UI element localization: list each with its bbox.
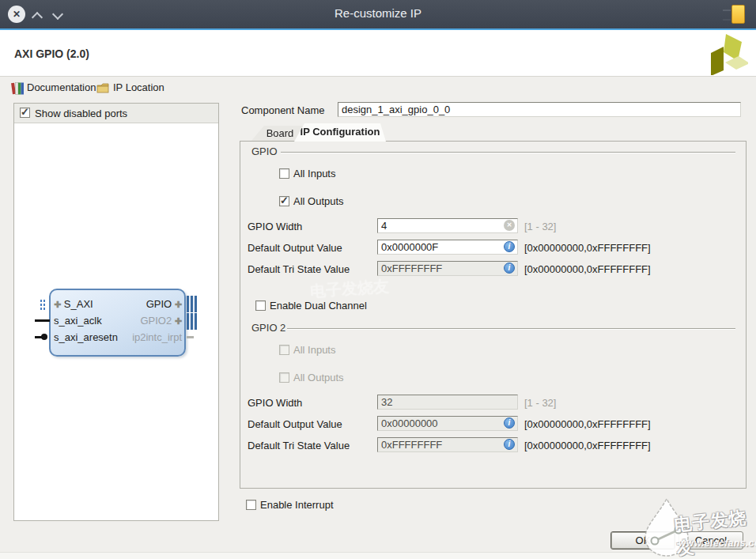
- enable-interrupt-checkbox[interactable]: ✓: [246, 500, 256, 510]
- gpio-default-output-range: [0x00000000,0xFFFFFFFF]: [524, 242, 651, 254]
- gpio2-default-output-label: Default Output Value: [248, 418, 342, 430]
- gpio2-all-outputs-label: All Outputs: [293, 372, 344, 383]
- gpio-all-outputs-checkbox[interactable]: ✓: [279, 196, 289, 206]
- gpio2-default-tri-range: [0x00000000,0xFFFFFFFF]: [524, 440, 651, 451]
- gpio2-width-label: GPIO Width: [248, 397, 302, 409]
- gpio2-all-inputs-label: All Inputs: [293, 344, 335, 356]
- port-s-axi-aresetn: s_axi_aresetn: [54, 331, 118, 343]
- gpio-all-inputs-label: All Inputs: [293, 168, 335, 179]
- irpt-stub-icon: [187, 336, 194, 338]
- gpio-width-label: GPIO Width: [248, 221, 302, 232]
- ip-title: AXI GPIO (2.0): [14, 47, 89, 60]
- port-gpio: GPIO ✚: [111, 298, 182, 310]
- gpio2-group-line: [287, 328, 735, 329]
- recustomize-ip-dialog: ✕ Re-customize IP AXI GPIO (2.0) Documen…: [0, 0, 756, 559]
- enable-dual-channel-checkbox[interactable]: ✓: [255, 300, 266, 311]
- gpio-group-title: GPIO: [251, 145, 278, 157]
- component-name-label: Component Name: [241, 104, 325, 116]
- gpio-width-range: [1 - 32]: [524, 221, 556, 232]
- clear-icon[interactable]: ✕: [504, 220, 515, 231]
- gpio-all-outputs-label: All Outputs: [293, 195, 344, 207]
- port-s-axi: ✚ S_AXI: [54, 298, 93, 310]
- gpio2-bus-icon: [187, 313, 197, 330]
- gpio2-width-input[interactable]: [377, 395, 518, 410]
- check-icon: ✓: [280, 195, 289, 206]
- show-disabled-ports-checkbox[interactable]: ✓: [20, 108, 30, 118]
- dialog-header: AXI GPIO (2.0): [0, 30, 756, 77]
- titlebar: ✕ Re-customize IP: [0, 0, 756, 28]
- gpio2-all-inputs-checkbox[interactable]: ✓: [279, 345, 289, 355]
- gpio-default-output-input[interactable]: [377, 240, 518, 255]
- gpio2-default-output-range: [0x00000000,0xFFFFFFFF]: [524, 418, 651, 430]
- port-ip2intc-irpt: ip2intc_irpt: [111, 331, 182, 343]
- ip-location-folder-icon: [96, 82, 110, 94]
- enable-interrupt-label: Enable Interrupt: [260, 499, 334, 511]
- tab-ip-configuration[interactable]: IP Configuration: [294, 123, 386, 142]
- info-icon[interactable]: i: [504, 263, 515, 274]
- gpio-default-tri-label: Default Tri State Value: [248, 263, 350, 275]
- show-disabled-ports-label: Show disabled ports: [35, 108, 127, 119]
- aclk-connector-icon: [35, 319, 50, 322]
- tray-lines-icon: [723, 9, 731, 21]
- info-icon[interactable]: i: [504, 241, 515, 252]
- plus-icon: ✚: [54, 300, 61, 309]
- gpio-group-line: [281, 152, 735, 153]
- gpio-default-output-label: Default Output Value: [248, 242, 342, 254]
- ip-location-link[interactable]: IP Location: [113, 81, 164, 96]
- component-name-input[interactable]: [338, 102, 741, 117]
- port-s-axi-aclk: s_axi_aclk: [54, 315, 102, 327]
- cancel-button[interactable]: Cancel: [679, 531, 743, 550]
- documentation-link[interactable]: Documentation: [27, 81, 96, 96]
- gpio2-default-output-input[interactable]: [377, 416, 518, 431]
- s-axi-interface-connector-icon: [40, 299, 47, 311]
- gpio-default-tri-input[interactable]: [377, 261, 518, 276]
- vendor-logo-icon: [704, 32, 748, 75]
- note-icon[interactable]: [731, 5, 745, 24]
- gpio2-default-tri-label: Default Tri State Value: [248, 440, 350, 451]
- port-gpio2: GPIO2 ✚: [111, 315, 182, 327]
- documentation-books-icon: [11, 81, 25, 95]
- ok-button[interactable]: OK: [610, 531, 675, 550]
- bottom-strip: [0, 552, 756, 559]
- gpio2-group-title: GPIO 2: [251, 322, 285, 334]
- check-icon: ✓: [21, 106, 29, 118]
- info-icon[interactable]: i: [504, 439, 515, 450]
- gpio2-width-range: [1 - 32]: [524, 397, 556, 409]
- plus-icon: ✚: [175, 316, 182, 326]
- gpio-default-tri-range: [0x00000000,0xFFFFFFFF]: [524, 263, 651, 275]
- tab-content-panel: [240, 141, 747, 489]
- window-title: Re-customize IP: [0, 6, 756, 20]
- gpio2-default-tri-input[interactable]: [377, 437, 518, 452]
- gpio-width-input[interactable]: [377, 218, 518, 233]
- gpio-all-inputs-checkbox[interactable]: ✓: [279, 168, 289, 179]
- plus-icon: ✚: [175, 300, 182, 309]
- aresetn-bubble-icon: [41, 334, 47, 340]
- enable-dual-channel-label: Enable Dual Channel: [270, 300, 367, 312]
- gpio-bus-icon: [187, 296, 197, 312]
- info-icon[interactable]: i: [504, 417, 515, 429]
- gpio2-all-outputs-checkbox[interactable]: ✓: [279, 372, 289, 383]
